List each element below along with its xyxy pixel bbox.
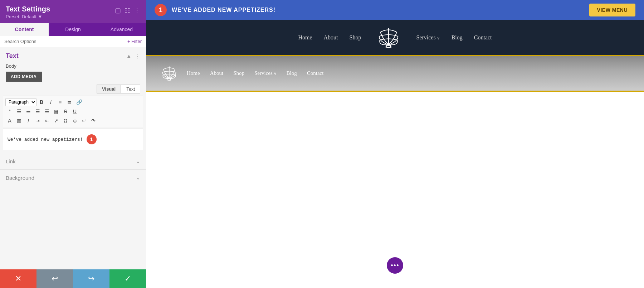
panel-header: Text Settings Preset: Default ▼ ▢ ☷ ⋮ [0,0,146,23]
cancel-icon: ✕ [15,274,21,283]
bottom-bar: ✕ ↩ ↪ ✓ [0,269,146,288]
redo-icon: ↪ [88,274,94,283]
font-bg-button[interactable]: ▨ [15,117,23,125]
nav-gray-blog[interactable]: Blog [287,70,297,76]
underline-button[interactable]: U [70,107,79,115]
panel-content: Text ▲ ⋮ Body ADD MEDIA Visual Text Para [0,47,146,269]
special-char-button[interactable]: Ω [61,117,70,125]
text-section-header: Text ▲ ⋮ [0,47,146,62]
view-menu-button[interactable]: VIEW MENU [589,4,635,16]
nav-gray: Home About Shop Services Blog Contact [146,56,644,92]
more-icon[interactable]: ⋮ [134,6,140,14]
link-button[interactable]: 🔗 [74,98,84,106]
nav-gray-contact[interactable]: Contact [307,70,324,76]
ordered-list-button[interactable]: ≣ [65,98,74,106]
tab-advanced[interactable]: Advanced [97,23,146,36]
nav-dark-logo[interactable] [376,24,401,51]
announcement-badge: 1 [155,4,167,16]
align-left-button[interactable]: ☰ [15,107,23,115]
italic2-button[interactable]: I [24,117,33,125]
fullscreen-button[interactable]: ⤢ [52,117,60,125]
redo-button[interactable]: ↪ [73,269,109,288]
nav-dark-blog[interactable]: Blog [452,34,463,41]
filter-button[interactable]: + Filter [127,39,142,44]
panel-tabs: Content Design Advanced [0,23,146,36]
text-section: Text ▲ ⋮ Body ADD MEDIA Visual Text Para [0,47,146,150]
background-section-header[interactable]: Background ⌄ [0,170,146,186]
left-panel: Text Settings Preset: Default ▼ ▢ ☷ ⋮ Co… [0,0,146,288]
background-chevron-icon: ⌄ [136,175,140,181]
undo-button[interactable]: ↩ [36,269,73,288]
announcement-left: 1 WE'VE ADDED NEW APPETIZERS! [155,4,275,16]
editor-area[interactable]: We've added new appetizers! 1 [3,129,143,150]
nav-items-gray: Home About Shop Services Blog Contact [187,70,323,76]
nav-dark-home[interactable]: Home [298,34,312,41]
panel-header-icons: ▢ ☷ ⋮ [115,6,140,14]
right-panel: 1 WE'VE ADDED NEW APPETIZERS! VIEW MENU … [146,0,644,288]
nav-gray-services[interactable]: Services [254,70,277,76]
editor-toolbar: Paragraph Heading 1 Heading 2 B I ≡ ≣ 🔗 … [3,96,143,127]
announcement-text: WE'VE ADDED NEW APPETIZERS! [172,7,275,13]
strikethrough-button[interactable]: S [61,107,70,115]
tab-content[interactable]: Content [0,23,49,36]
section-more-icon[interactable]: ⋮ [135,53,140,59]
search-input[interactable] [4,39,127,44]
panel-search: + Filter [0,36,146,47]
fab-icon: ••• [391,261,399,270]
editor-content: We've added new appetizers! [8,137,83,142]
background-section: Background ⌄ [0,169,146,186]
unordered-list-button[interactable]: ≡ [56,98,64,106]
floating-action-button[interactable]: ••• [387,257,403,274]
italic-button[interactable]: I [47,98,55,106]
undo-toolbar-button[interactable]: ↵ [80,117,88,125]
outdent-button[interactable]: ⇤ [43,117,51,125]
bold-button[interactable]: B [37,98,46,106]
tab-design[interactable]: Design [49,23,97,36]
link-chevron-icon: ⌄ [136,158,140,164]
save-icon: ✓ [125,274,131,283]
link-section: Link ⌄ [0,153,146,169]
nav-dark: Home About Shop [146,20,644,56]
main-content: ••• [146,92,644,288]
format-select[interactable]: Paragraph Heading 1 Heading 2 [5,98,36,106]
blockquote-button[interactable]: “ [5,107,14,115]
nav-gray-logo[interactable] [160,64,178,83]
panel-preset[interactable]: Preset: Default ▼ [6,14,50,19]
nav-gray-about[interactable]: About [210,70,224,76]
save-button[interactable]: ✓ [109,269,146,288]
add-media-button[interactable]: ADD MEDIA [6,72,42,82]
background-section-title: Background [6,175,34,181]
emoji-button[interactable]: ☺ [70,117,79,125]
redo-toolbar-button[interactable]: ↷ [89,117,98,125]
nav-items-dark: Home About Shop [298,24,492,51]
nav-dark-shop[interactable]: Shop [350,34,361,41]
align-center-button[interactable]: ⚌ [24,107,33,115]
grid-icon[interactable]: ☷ [125,6,130,14]
nav-gray-shop[interactable]: Shop [233,70,244,76]
body-label: Body [0,62,146,72]
align-right-button[interactable]: ☰ [33,107,42,115]
panel-title: Text Settings [6,5,50,13]
editor-tab-text[interactable]: Text [121,85,140,93]
editor-tabs: Visual Text [0,85,146,96]
nav-dark-services[interactable]: Services [416,34,440,41]
link-section-title: Link [6,158,16,164]
nav-dark-contact[interactable]: Contact [474,34,492,41]
table-button[interactable]: ▦ [52,107,60,115]
justify-button[interactable]: ☰ [43,107,51,115]
expand-icon[interactable]: ▢ [115,6,121,14]
collapse-icon[interactable]: ▲ [126,53,132,59]
cancel-button[interactable]: ✕ [0,269,36,288]
nav-gray-home[interactable]: Home [187,70,200,76]
undo-icon: ↩ [52,274,58,283]
editor-badge: 1 [87,134,97,144]
indent-button[interactable]: ⇥ [33,117,42,125]
font-color-button[interactable]: A [5,117,14,125]
announcement-bar: 1 WE'VE ADDED NEW APPETIZERS! VIEW MENU [146,0,644,20]
link-section-header[interactable]: Link ⌄ [0,153,146,169]
text-section-title: Text [6,52,19,60]
editor-tab-visual[interactable]: Visual [97,85,121,93]
nav-dark-about[interactable]: About [324,34,338,41]
